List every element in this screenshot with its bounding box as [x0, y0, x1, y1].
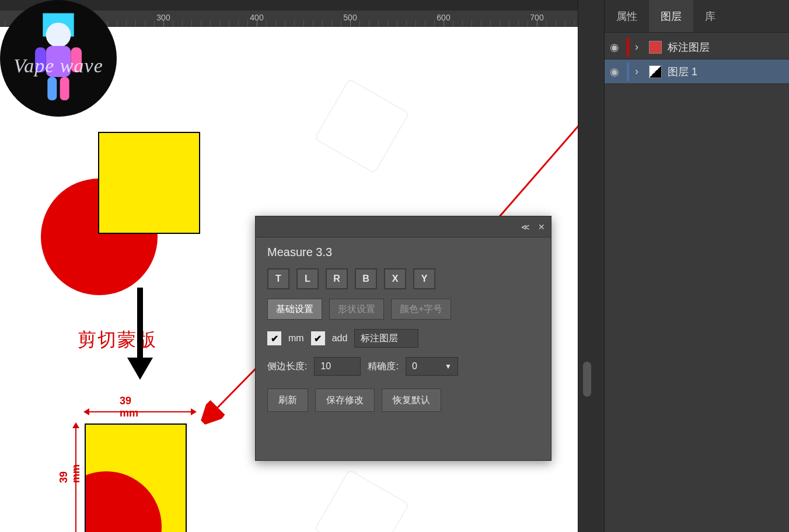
arrow-down-icon [123, 288, 158, 381]
tab-layers[interactable]: 图层 [649, 0, 693, 32]
dir-y-button[interactable]: Y [413, 268, 435, 289]
reset-default-button[interactable]: 恢复默认 [382, 388, 441, 412]
right-panels: 属性 图层 库 ◉ › 标注图层 ◉ › 图层 1 [605, 0, 789, 532]
actions-row: 刷新 保存修改 恢复默认 [267, 388, 539, 412]
tab-library[interactable]: 库 [693, 0, 727, 32]
layer-color-indicator [627, 62, 629, 81]
annotation-layer-field[interactable]: 标注图层 [354, 329, 418, 348]
layer-name: 标注图层 [668, 40, 710, 54]
ruler-tick: 700 [530, 13, 543, 22]
dimension-height-value: 39 mm [58, 464, 82, 483]
chevron-left-icon[interactable]: ≪ [521, 222, 530, 232]
visibility-toggle-icon[interactable]: ◉ [608, 65, 621, 78]
measure-panel[interactable]: ≪ ✕ Measure 3.3 T L R B X Y 基础设置 形状设置 颜色… [255, 216, 551, 461]
dir-right-button[interactable]: R [326, 268, 348, 289]
layer-row[interactable]: ◉ › 标注图层 [605, 35, 789, 60]
setting-tabs-row: 基础设置 形状设置 颜色+字号 [267, 299, 539, 320]
checkbox-add[interactable]: ✔ [311, 331, 325, 345]
watermark [314, 78, 410, 174]
side-length-label: 侧边长度: [267, 360, 307, 373]
tab-basic-settings[interactable]: 基础设置 [267, 299, 322, 320]
svg-rect-10 [60, 77, 69, 100]
tab-properties[interactable]: 属性 [605, 0, 649, 32]
panel-tabs: 属性 图层 库 [605, 0, 789, 33]
layer-thumbnail [649, 65, 662, 78]
ruler-tick: 500 [343, 13, 357, 22]
tab-shape-settings[interactable]: 形状设置 [329, 299, 384, 320]
svg-rect-9 [47, 77, 57, 100]
profile-avatar: Vape wave [0, 0, 117, 117]
precision-label: 精确度: [368, 360, 398, 373]
options-row: ✔ mm ✔ add 标注图层 [267, 329, 539, 348]
layer-thumbnail [649, 41, 662, 54]
tab-color-font[interactable]: 颜色+字号 [391, 299, 451, 320]
layer-color-indicator [627, 38, 629, 57]
ruler-tick: 600 [437, 13, 450, 22]
dir-x-button[interactable]: X [384, 268, 406, 289]
clipped-circle [85, 471, 162, 532]
dir-left-button[interactable]: L [296, 268, 319, 289]
ruler-tick: 300 [156, 13, 170, 22]
checkbox-add-label: add [332, 333, 348, 344]
measure-panel-header[interactable]: ≪ ✕ [256, 216, 551, 237]
ruler-tick: 400 [250, 13, 263, 22]
visibility-toggle-icon[interactable]: ◉ [608, 41, 621, 54]
checkbox-mm[interactable]: ✔ [267, 331, 281, 345]
layers-list: ◉ › 标注图层 ◉ › 图层 1 [605, 33, 789, 84]
layer-row[interactable]: ◉ › 图层 1 [605, 60, 789, 84]
avatar-text: Vape wave [0, 55, 117, 77]
svg-point-5 [46, 23, 71, 48]
dimension-width-value: 39 mm [120, 395, 138, 419]
precision-value: 0 [412, 361, 417, 372]
scrollbar-thumb[interactable] [583, 362, 591, 397]
direction-buttons-row: T L R B X Y [267, 268, 539, 289]
svg-marker-1 [127, 358, 153, 380]
close-icon[interactable]: ✕ [538, 222, 545, 232]
refresh-button[interactable]: 刷新 [267, 388, 308, 412]
vertical-gutter [578, 0, 605, 532]
chevron-down-icon: ▼ [445, 362, 452, 370]
dir-top-button[interactable]: T [267, 268, 289, 289]
layer-name: 图层 1 [668, 65, 697, 79]
save-changes-button[interactable]: 保存修改 [315, 388, 375, 412]
clipped-result-shape[interactable] [85, 424, 187, 532]
yellow-square-shape[interactable] [98, 132, 200, 234]
dir-bottom-button[interactable]: B [355, 268, 377, 289]
precision-select[interactable]: 0 ▼ [406, 357, 458, 376]
chevron-right-icon[interactable]: › [635, 41, 643, 53]
measure-panel-title: Measure 3.3 [256, 237, 551, 265]
watermark [314, 469, 410, 532]
chevron-right-icon[interactable]: › [635, 65, 643, 78]
numeric-row: 侧边长度: 10 精确度: 0 ▼ [267, 357, 539, 376]
checkbox-mm-label: mm [288, 333, 304, 344]
side-length-input[interactable]: 10 [314, 357, 361, 376]
